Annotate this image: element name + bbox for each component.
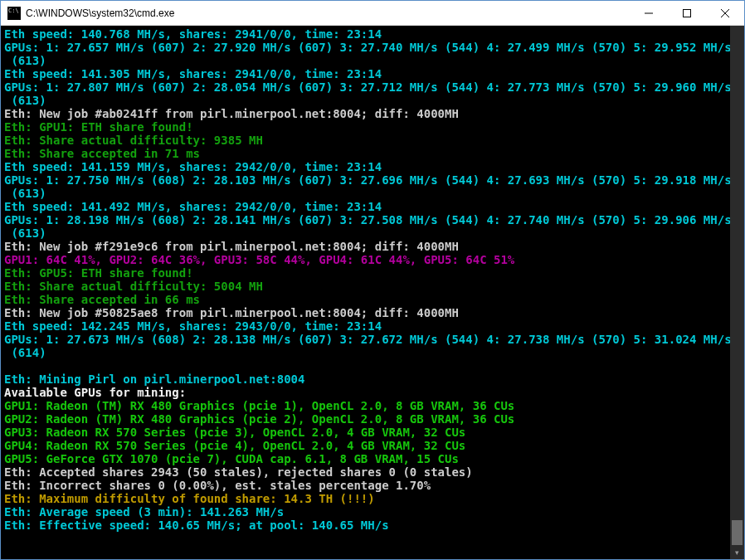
console-line: (613)	[4, 226, 728, 240]
console-line: Eth: Share accepted in 66 ms	[4, 293, 728, 306]
window-title: C:\WINDOWS\system32\cmd.exe	[26, 7, 630, 19]
minimize-button[interactable]	[630, 1, 668, 25]
console-line: Eth: Maximum difficulty of found share: …	[4, 492, 728, 505]
console-line: Eth speed: 141.492 MH/s, shares: 2942/0/…	[4, 200, 728, 213]
console-line: GPU1: 64C 41%, GPU2: 64C 36%, GPU3: 58C …	[4, 253, 728, 266]
minimize-icon	[645, 9, 653, 17]
console-line: Available GPUs for mining:	[4, 386, 728, 399]
console-line: GPUs: 1: 27.657 MH/s (607) 2: 27.920 MH/…	[4, 41, 728, 54]
cmd-icon	[7, 7, 21, 20]
console-line: Eth: New job #50825ae8 from pirl.minerpo…	[4, 306, 728, 319]
window-controls	[630, 1, 744, 25]
console-line: Eth: Share accepted in 71 ms	[4, 147, 728, 160]
console-line: Eth: New job #ab0241ff from pirl.minerpo…	[4, 107, 728, 120]
console-line: Eth speed: 142.245 MH/s, shares: 2943/0/…	[4, 319, 728, 333]
console-line: GPU4: Radeon RX 570 Series (pcie 4), Ope…	[4, 439, 728, 452]
console-output[interactable]: Eth speed: 140.768 MH/s, shares: 2941/0/…	[1, 26, 730, 559]
console-line: Eth speed: 141.159 MH/s, shares: 2942/0/…	[4, 160, 728, 173]
console-line: Eth speed: 141.305 MH/s, shares: 2941/0/…	[4, 67, 728, 80]
scrollbar-down-arrow-icon[interactable]: ▾	[730, 545, 744, 559]
svg-rect-1	[684, 9, 691, 17]
scrollbar-thumb[interactable]	[732, 520, 743, 545]
close-button[interactable]	[706, 1, 744, 25]
console-line: Eth: Mining Pirl on pirl.minerpool.net:8…	[4, 373, 728, 386]
console-line: Eth: Effective speed: 140.65 MH/s; at po…	[4, 519, 728, 532]
console-line: GPU1: Radeon (TM) RX 480 Graphics (pcie …	[4, 399, 728, 412]
maximize-icon	[683, 9, 691, 17]
console-line: Eth: Share actual difficulty: 9385 MH	[4, 134, 728, 147]
console-area: Eth speed: 140.768 MH/s, shares: 2941/0/…	[1, 26, 744, 559]
console-line: GPUs: 1: 28.198 MH/s (608) 2: 28.141 MH/…	[4, 213, 728, 226]
console-line: GPU3: Radeon RX 570 Series (pcie 3), Ope…	[4, 426, 728, 439]
console-line	[4, 359, 728, 373]
console-line: Eth: Accepted shares 2943 (50 stales), r…	[4, 465, 728, 479]
vertical-scrollbar[interactable]: ▾	[730, 26, 744, 559]
console-line: Eth: GPU1: ETH share found!	[4, 120, 728, 134]
console-line: Eth: New job #f291e9c6 from pirl.minerpo…	[4, 240, 728, 253]
titlebar[interactable]: C:\WINDOWS\system32\cmd.exe	[1, 1, 744, 26]
console-line: GPU2: Radeon (TM) RX 480 Graphics (pcie …	[4, 412, 728, 426]
console-line: (614)	[4, 346, 728, 359]
console-line: Eth: Average speed (3 min): 141.263 MH/s	[4, 505, 728, 519]
close-icon	[721, 9, 729, 17]
console-line: GPU5: GeForce GTX 1070 (pcie 7), CUDA ca…	[4, 452, 728, 465]
console-line: GPUs: 1: 27.750 MH/s (608) 2: 28.103 MH/…	[4, 173, 728, 187]
console-line: Eth: GPU5: ETH share found!	[4, 266, 728, 280]
cmd-window: C:\WINDOWS\system32\cmd.exe Eth speed: 1…	[0, 0, 745, 560]
console-line: (613)	[4, 187, 728, 200]
console-line: Eth speed: 140.768 MH/s, shares: 2941/0/…	[4, 27, 728, 41]
console-line: (613)	[4, 94, 728, 107]
console-line: Eth: Incorrect shares 0 (0.00%), est. st…	[4, 479, 728, 492]
maximize-button[interactable]	[668, 1, 706, 25]
console-line: GPUs: 1: 27.673 MH/s (608) 2: 28.138 MH/…	[4, 333, 728, 346]
console-line: GPUs: 1: 27.807 MH/s (607) 2: 28.054 MH/…	[4, 80, 728, 94]
console-line: (613)	[4, 54, 728, 67]
console-line: Eth: Share actual difficulty: 5004 MH	[4, 280, 728, 293]
